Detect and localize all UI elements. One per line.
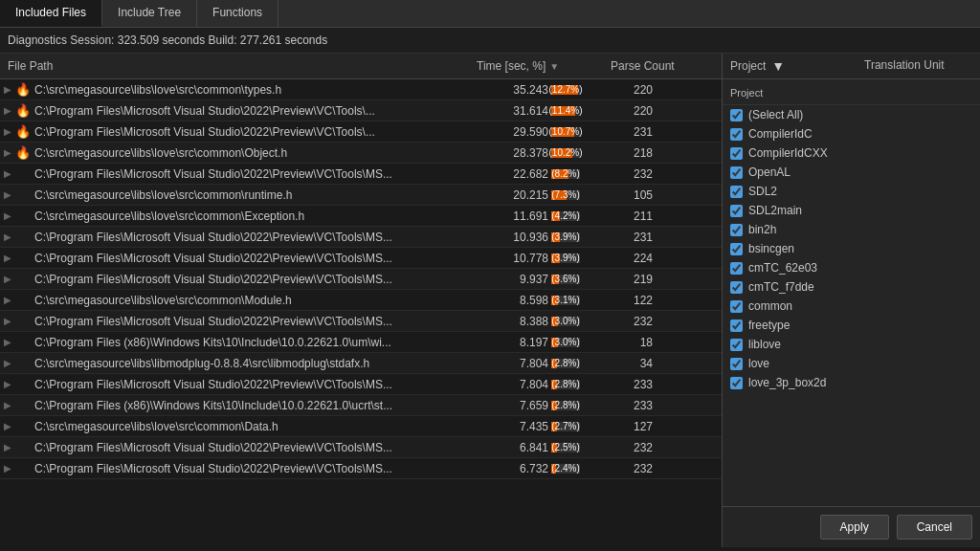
dropdown-label: Project bbox=[730, 83, 972, 100]
table-row[interactable]: ▶C:\src\megasource\libs\love\src\common\… bbox=[0, 206, 722, 227]
tab-include-tree[interactable]: Include Tree bbox=[102, 0, 197, 27]
checkbox-item[interactable]: CompilerIdCXX bbox=[723, 143, 980, 163]
checkbox-item[interactable]: OpenAL bbox=[723, 163, 980, 182]
project-checkbox[interactable] bbox=[730, 320, 743, 332]
project-checkbox[interactable] bbox=[730, 243, 743, 255]
row-parse-count: 211 bbox=[603, 209, 660, 223]
table-row[interactable]: ▶C:\src\megasource\libs\love\src\common\… bbox=[0, 185, 722, 206]
row-time: 28.378 (10.2%) bbox=[469, 146, 603, 160]
table-row[interactable]: ▶🔥C:\Program Files\Microsoft Visual Stud… bbox=[0, 100, 722, 121]
apply-button[interactable]: Apply bbox=[820, 515, 889, 540]
time-value: 29.590 bbox=[477, 125, 548, 139]
row-expand-icon[interactable]: ▶ bbox=[0, 210, 15, 221]
table-row[interactable]: ▶🔥C:\src\megasource\libs\love\src\common… bbox=[0, 79, 722, 100]
table-row[interactable]: ▶C:\Program Files\Microsoft Visual Studi… bbox=[0, 374, 722, 395]
table-row[interactable]: ▶C:\Program Files\Microsoft Visual Studi… bbox=[0, 227, 722, 248]
row-expand-icon[interactable]: ▶ bbox=[0, 442, 15, 452]
row-expand-icon[interactable]: ▶ bbox=[0, 421, 15, 431]
table-row[interactable]: ▶C:\Program Files (x86)\Windows Kits\10\… bbox=[0, 395, 722, 416]
project-checkbox[interactable] bbox=[730, 377, 743, 389]
row-expand-icon[interactable]: ▶ bbox=[0, 358, 15, 368]
checkbox-item[interactable]: love bbox=[723, 354, 980, 373]
row-filepath: C:\Program Files\Microsoft Visual Studio… bbox=[34, 231, 469, 244]
row-expand-icon[interactable]: ▶ bbox=[0, 231, 15, 242]
row-expand-icon[interactable]: ▶ bbox=[0, 337, 15, 347]
checkbox-item[interactable]: SDL2main bbox=[723, 201, 980, 220]
checkbox-item[interactable]: CompilerIdC bbox=[723, 124, 980, 143]
project-checkbox[interactable] bbox=[730, 166, 743, 179]
table-row[interactable]: ▶C:\Program Files\Microsoft Visual Studi… bbox=[0, 164, 722, 185]
row-parse-count: 127 bbox=[603, 420, 660, 433]
checkbox-item[interactable]: cmTC_f7dde bbox=[723, 277, 980, 297]
pct-label: (2.8%) bbox=[551, 401, 580, 410]
checkbox-item[interactable]: freetype bbox=[723, 316, 980, 335]
project-checkbox[interactable] bbox=[730, 262, 743, 275]
row-expand-icon[interactable]: ▶ bbox=[0, 400, 15, 410]
project-checkbox-label: love bbox=[748, 357, 769, 370]
table-row[interactable]: ▶🔥C:\src\megasource\libs\love\src\common… bbox=[0, 143, 722, 164]
row-expand-icon[interactable]: ▶ bbox=[0, 316, 15, 326]
row-expand-icon[interactable]: ▶ bbox=[0, 274, 15, 284]
table-row[interactable]: ▶🔥C:\Program Files\Microsoft Visual Stud… bbox=[0, 121, 722, 143]
project-checkbox[interactable] bbox=[730, 300, 743, 313]
table-row[interactable]: ▶C:\src\megasource\libs\love\src\common\… bbox=[0, 416, 722, 437]
checkbox-item[interactable]: bsincgen bbox=[723, 239, 980, 258]
table-row[interactable]: ▶C:\src\megasource\libs\love\src\common\… bbox=[0, 290, 722, 311]
pct-label: (3.0%) bbox=[551, 317, 580, 326]
col-time-header[interactable]: Time [sec, %] ▼ bbox=[469, 57, 603, 75]
checkbox-item[interactable]: cmTC_62e03 bbox=[723, 258, 980, 277]
project-checkbox[interactable] bbox=[730, 109, 743, 121]
row-time: 10.936 (3.9%) bbox=[469, 231, 603, 244]
checkbox-item[interactable]: SDL2 bbox=[723, 182, 980, 201]
row-expand-icon[interactable]: ▶ bbox=[0, 189, 15, 200]
row-expand-icon[interactable]: ▶ bbox=[0, 147, 15, 158]
project-checkbox[interactable] bbox=[730, 147, 743, 160]
table-row[interactable]: ▶C:\Program Files\Microsoft Visual Studi… bbox=[0, 458, 722, 479]
col-filepath-header: File Path bbox=[0, 57, 469, 75]
project-checkbox[interactable] bbox=[730, 224, 743, 236]
checkbox-item[interactable]: bin2h bbox=[723, 220, 980, 239]
pct-label: (2.8%) bbox=[551, 359, 580, 368]
table-row[interactable]: ▶C:\Program Files (x86)\Windows Kits\10\… bbox=[0, 332, 722, 353]
row-expand-icon[interactable]: ▶ bbox=[0, 253, 15, 263]
row-time: 6.841 (2.5%) bbox=[469, 441, 603, 454]
project-checkbox-label: common bbox=[748, 299, 792, 313]
row-filepath: C:\src\megasource\libs\love\src\common\r… bbox=[34, 188, 469, 202]
project-checkbox[interactable] bbox=[730, 128, 743, 141]
row-parse-count: 122 bbox=[603, 294, 660, 307]
checkbox-item[interactable]: common bbox=[723, 297, 980, 316]
project-checkbox[interactable] bbox=[730, 281, 743, 294]
row-expand-icon[interactable]: ▶ bbox=[0, 105, 15, 116]
checkbox-item[interactable]: love_3p_box2d bbox=[723, 373, 980, 392]
table-row[interactable]: ▶C:\Program Files\Microsoft Visual Studi… bbox=[0, 248, 722, 269]
pct-label: (4.2%) bbox=[551, 211, 580, 221]
tab-functions[interactable]: Functions bbox=[197, 0, 278, 27]
time-value: 8.197 bbox=[477, 336, 548, 349]
project-checkbox[interactable] bbox=[730, 358, 743, 370]
time-value: 10.778 bbox=[477, 252, 548, 265]
table-row[interactable]: ▶C:\Program Files\Microsoft Visual Studi… bbox=[0, 311, 722, 332]
table-row[interactable]: ▶C:\Program Files\Microsoft Visual Studi… bbox=[0, 437, 722, 458]
row-parse-count: 218 bbox=[603, 146, 660, 160]
row-expand-icon[interactable]: ▶ bbox=[0, 168, 15, 179]
row-expand-icon[interactable]: ▶ bbox=[0, 126, 15, 137]
table-row[interactable]: ▶C:\src\megasource\libs\libmodplug-0.8.8… bbox=[0, 353, 722, 374]
row-parse-count: 232 bbox=[603, 315, 660, 328]
checkbox-item[interactable]: (Select All) bbox=[723, 105, 980, 124]
row-time: 8.197 (3.0%) bbox=[469, 336, 603, 349]
row-expand-icon[interactable]: ▶ bbox=[0, 463, 15, 474]
project-checkbox[interactable] bbox=[730, 186, 743, 198]
filter-icon[interactable]: ▼ bbox=[771, 58, 785, 74]
row-expand-icon[interactable]: ▶ bbox=[0, 379, 15, 389]
project-column-header: Project ▼ bbox=[723, 54, 857, 78]
time-value: 35.243 bbox=[477, 83, 548, 97]
project-checkbox[interactable] bbox=[730, 339, 743, 351]
project-checkbox[interactable] bbox=[730, 205, 743, 217]
row-filepath: C:\Program Files\Microsoft Visual Studio… bbox=[34, 378, 469, 391]
table-row[interactable]: ▶C:\Program Files\Microsoft Visual Studi… bbox=[0, 269, 722, 290]
cancel-button[interactable]: Cancel bbox=[897, 515, 972, 540]
tab-included-files[interactable]: Included Files bbox=[0, 0, 102, 27]
checkbox-item[interactable]: liblove bbox=[723, 335, 980, 354]
row-expand-icon[interactable]: ▶ bbox=[0, 295, 15, 305]
row-expand-icon[interactable]: ▶ bbox=[0, 84, 15, 95]
